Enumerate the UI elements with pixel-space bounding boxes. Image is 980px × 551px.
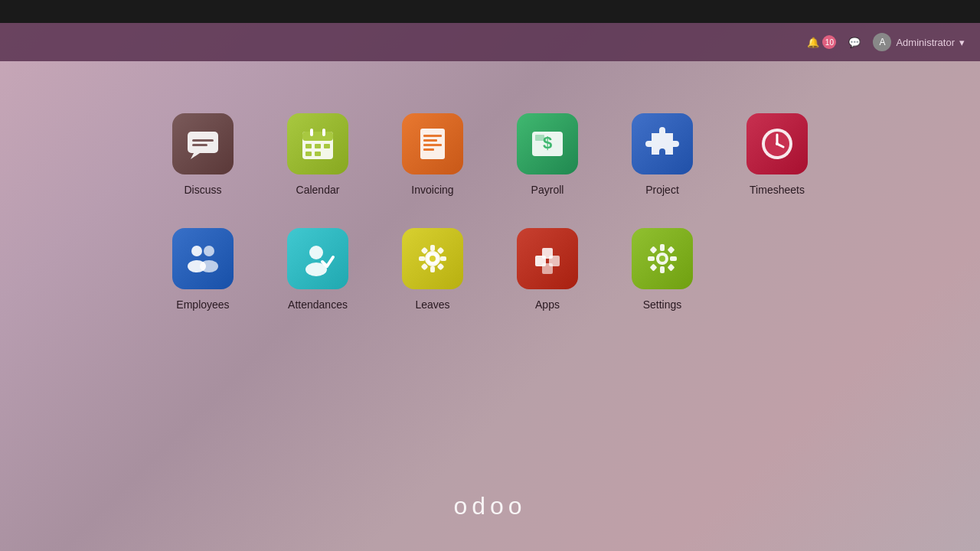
logo-text: odoo: [453, 492, 526, 520]
avatar: A: [873, 33, 891, 51]
payroll-icon-bg: $: [517, 113, 578, 174]
svg-point-30: [309, 246, 323, 259]
settings-label: Settings: [643, 298, 682, 311]
employees-icon: [185, 240, 221, 277]
app-settings[interactable]: Settings: [612, 222, 712, 329]
attendances-label: Attendances: [288, 298, 348, 311]
svg-rect-52: [670, 256, 677, 261]
svg-rect-50: [660, 266, 665, 273]
discuss-label: Discuss: [184, 184, 221, 196]
main-content: Discuss Calendar: [0, 61, 980, 551]
leaves-icon: [414, 240, 451, 277]
svg-rect-0: [188, 132, 218, 153]
timesheets-label: Timesheets: [750, 184, 805, 196]
bell-icon: 🔔: [807, 37, 819, 48]
app-grid: Discuss Calendar: [153, 107, 827, 329]
app-employees[interactable]: Employees: [153, 222, 253, 329]
svg-point-34: [430, 256, 436, 262]
odoo-logo: odoo: [453, 492, 526, 520]
app-invoicing[interactable]: Invoicing: [383, 107, 482, 214]
svg-rect-14: [423, 135, 442, 137]
notification-count: 10: [822, 35, 836, 49]
svg-rect-5: [302, 132, 333, 141]
svg-rect-2: [192, 139, 214, 142]
app-attendances[interactable]: Attendances: [268, 222, 368, 329]
chevron-down-icon: ▾: [959, 37, 965, 48]
svg-rect-35: [430, 245, 435, 251]
svg-rect-10: [324, 144, 330, 148]
svg-rect-37: [419, 256, 425, 261]
attendances-icon-bg: [287, 228, 348, 289]
svg-rect-46: [542, 263, 553, 274]
app-timesheets[interactable]: Timesheets: [727, 107, 827, 214]
apps-label: Apps: [535, 298, 560, 311]
svg-rect-20: [535, 135, 544, 141]
invoicing-icon-bg: [402, 113, 463, 174]
admin-menu[interactable]: A Administrator ▾: [873, 33, 965, 51]
svg-point-25: [776, 142, 779, 145]
svg-rect-54: [668, 246, 675, 254]
top-bar: [0, 0, 980, 23]
app-payroll[interactable]: $ Payroll: [498, 107, 597, 214]
svg-rect-8: [305, 144, 312, 148]
svg-rect-15: [423, 139, 437, 142]
admin-label: Administrator: [896, 37, 955, 48]
attendances-icon: [299, 240, 336, 277]
project-label: Project: [645, 184, 679, 196]
notification-bell[interactable]: 🔔 10: [807, 35, 836, 49]
svg-rect-11: [305, 152, 312, 156]
project-icon: [644, 126, 681, 162]
app-apps[interactable]: Apps: [498, 222, 597, 329]
invoicing-label: Invoicing: [411, 184, 453, 196]
discuss-icon: [185, 126, 221, 162]
employees-icon-bg: [172, 228, 234, 289]
svg-point-29: [200, 260, 218, 272]
app-discuss[interactable]: Discuss: [153, 107, 253, 214]
app-calendar[interactable]: Calendar: [268, 107, 368, 214]
svg-rect-55: [650, 264, 658, 272]
svg-point-48: [659, 256, 665, 262]
calendar-label: Calendar: [296, 184, 340, 196]
app-leaves[interactable]: Leaves: [383, 222, 482, 329]
nav-bar: 🔔 10 💬 A Administrator ▾: [0, 23, 980, 61]
svg-rect-6: [310, 129, 313, 136]
svg-rect-38: [440, 256, 446, 261]
timesheets-icon: [759, 126, 795, 162]
apps-icon: [529, 240, 566, 277]
message-button[interactable]: 💬: [848, 37, 861, 48]
svg-rect-45: [542, 248, 553, 259]
svg-rect-49: [660, 244, 665, 251]
leaves-icon-bg: [402, 228, 463, 289]
svg-rect-17: [423, 148, 434, 151]
employees-label: Employees: [176, 298, 229, 311]
svg-point-27: [204, 246, 214, 256]
svg-rect-51: [648, 256, 655, 261]
svg-rect-7: [322, 129, 325, 136]
payroll-icon: $: [529, 126, 566, 162]
project-icon-bg: [632, 113, 693, 174]
svg-rect-56: [668, 264, 675, 272]
calendar-icon: [299, 126, 336, 162]
svg-point-26: [191, 246, 202, 256]
calendar-icon-bg: [287, 113, 348, 174]
discuss-icon-bg: [172, 113, 234, 174]
svg-rect-9: [315, 144, 321, 148]
svg-rect-53: [650, 246, 658, 254]
settings-icon: [644, 240, 681, 277]
svg-rect-3: [192, 144, 207, 146]
svg-marker-1: [191, 153, 200, 159]
app-project[interactable]: Project: [612, 107, 712, 214]
svg-rect-12: [315, 152, 321, 156]
apps-icon-bg: [517, 228, 578, 289]
svg-rect-16: [423, 144, 442, 146]
message-icon: 💬: [848, 37, 861, 48]
leaves-label: Leaves: [415, 298, 449, 311]
settings-icon-bg: [632, 228, 693, 289]
timesheets-icon-bg: [746, 113, 808, 174]
svg-rect-36: [430, 266, 435, 272]
invoicing-icon: [414, 126, 451, 162]
payroll-label: Payroll: [531, 184, 564, 196]
